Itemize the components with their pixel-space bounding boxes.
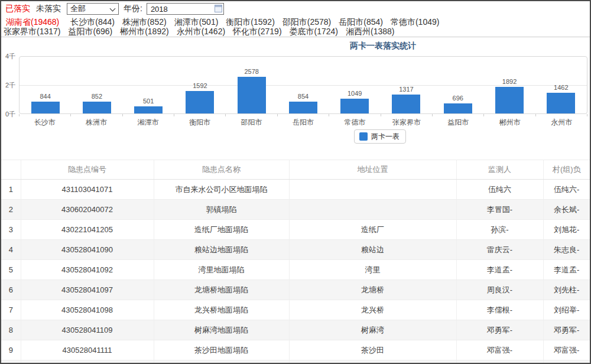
cell-hazard-id: 430528041090 (21, 240, 154, 260)
bar[interactable] (495, 87, 524, 113)
province-link[interactable]: 湖南省(19468) (6, 17, 59, 27)
bar-chart: 两卡一表落实统计 4千 2千 0千 8448525011592257885410… (1, 37, 590, 150)
city-link[interactable]: 衡阳市(1592) (226, 17, 274, 27)
city-link[interactable]: 永州市(1462) (177, 27, 225, 36)
bar-value-label: 1462 (554, 84, 568, 91)
cell-monitor: 邓富强- (456, 340, 543, 360)
x-axis-label: 岳阳市 (277, 118, 329, 128)
table-header-row: 隐患点编号隐患点名称地址位置监测人村(组)负 (1, 160, 590, 180)
tab-not-implemented[interactable]: 未落实 (36, 4, 61, 14)
cell-village-officer: 邓富强- (543, 340, 590, 360)
bar[interactable] (444, 103, 472, 113)
cell-row-number: 6 (1, 280, 21, 300)
cell-hazard-name: 杨梅山地面塌陷 (154, 360, 289, 364)
axis-tick (433, 114, 484, 116)
city-link[interactable]: 株洲市(852) (122, 17, 167, 27)
bar-value-label: 2578 (244, 68, 258, 75)
x-axis-label: 郴州市 (484, 118, 535, 128)
city-link[interactable]: 娄底市(1724) (290, 27, 338, 36)
tab-implemented[interactable]: 已落实 (5, 4, 30, 14)
city-link[interactable]: 常德市(1049) (391, 17, 439, 27)
table-row[interactable]: 3430221041205造纸厂地面塌陷造纸厂孙滨-刘旭花- (1, 220, 590, 240)
bar-cell: 844 (20, 57, 71, 113)
city-link[interactable]: 湘潭市(501) (174, 17, 219, 27)
bar[interactable] (238, 77, 266, 113)
cell-village-officer: 伍纯六- (543, 180, 590, 200)
axis-tick (536, 114, 587, 116)
table-row[interactable]: 5430528041092湾里地面塌陷湾里李道孟-李道孟- (1, 260, 590, 280)
city-link[interactable]: 邵阳市(2578) (282, 17, 331, 27)
axis-tick (226, 114, 277, 116)
region-filter-select[interactable]: 全部 (67, 3, 119, 15)
table-row[interactable]: 10430528041126杨梅山地面塌陷杨梅山李春香-李春香- (1, 360, 590, 364)
x-axis-label: 株洲市 (70, 118, 122, 128)
axis-tick (278, 114, 329, 116)
region-links-line2: 张家界市(1317)益阳市(696)郴州市(1892)永州市(1462)怀化市(… (4, 27, 590, 36)
cell-address: 粮站边 (289, 240, 456, 260)
cell-hazard-name: 市自来水公司小区地面塌陷 (154, 180, 289, 200)
x-axis-ticks (19, 114, 587, 116)
cell-hazard-id: 430528041109 (21, 320, 154, 340)
cell-monitor: 李春香- (456, 360, 543, 364)
region-links: 湖南省(19468)长沙市(844)株洲市(852)湘潭市(501)衡阳市(15… (1, 17, 590, 36)
table-row[interactable]: 2430602040072郭镇塌陷李冒国-余长斌- (1, 200, 590, 220)
bar-cell: 1317 (381, 57, 432, 113)
cell-hazard-id: 430528041098 (21, 300, 154, 320)
cell-address: 杨梅山 (289, 360, 456, 364)
cell-row-number: 10 (1, 360, 21, 364)
cell-hazard-name: 粮站边地面塌陷 (154, 240, 289, 260)
table-row[interactable]: 9430528041111茶沙田地面塌陷茶沙田邓富强-邓富强- (1, 340, 590, 360)
legend[interactable]: 两卡一表 (354, 129, 406, 144)
cell-row-number: 2 (1, 200, 21, 220)
bar[interactable] (547, 93, 575, 113)
y-axis-tick-0k: 0千 (1, 110, 15, 118)
year-input[interactable] (147, 3, 224, 15)
x-axis-label: 益阳市 (433, 118, 484, 128)
table-row[interactable]: 4430528041090粮站边地面塌陷粮站边雷庆云-朱志良- (1, 240, 590, 260)
x-axis-label: 永州市 (536, 118, 587, 128)
city-link[interactable]: 益阳市(696) (68, 27, 112, 36)
bar-value-label: 844 (40, 93, 50, 100)
city-link[interactable]: 张家界市(1317) (4, 27, 60, 36)
bar-cell: 1462 (535, 57, 587, 113)
column-header-monitor: 监测人 (456, 160, 543, 180)
bar[interactable] (83, 102, 111, 113)
table-row[interactable]: 6430528041097龙塘桥地面塌陷龙塘桥周良汉-刘先柱- (1, 280, 590, 300)
axis-tick (71, 114, 122, 116)
table-row[interactable]: 8430528041109树麻湾地面塌陷树麻湾邓勇军-邓勇军- (1, 320, 590, 340)
app-window: 已落实 未落实 全部 年份: 湖南省(19468)长沙市(844)株洲市(852… (0, 0, 591, 364)
table-row[interactable]: 7430528041098龙兴桥地面塌陷龙兴桥李儒根-刘绍举- (1, 300, 590, 320)
cell-village-officer: 刘先柱- (543, 280, 590, 300)
cell-row-number: 3 (1, 220, 21, 240)
year-field-wrap (147, 3, 224, 15)
cell-row-number: 7 (1, 300, 21, 320)
city-link[interactable]: 长沙市(844) (70, 17, 115, 27)
bar[interactable] (134, 106, 163, 113)
bar-cell: 1592 (174, 57, 226, 113)
city-link[interactable]: 湘西州(1388) (346, 27, 394, 36)
cell-address: 茶沙田 (289, 340, 456, 360)
city-link[interactable]: 岳阳市(854) (339, 17, 383, 27)
bar[interactable] (289, 102, 317, 113)
bar-cell: 852 (71, 57, 122, 113)
cell-monitor: 伍纯六 (456, 180, 543, 200)
column-header-address: 地址位置 (289, 160, 456, 180)
legend-label: 两卡一表 (371, 132, 400, 141)
cell-row-number: 9 (1, 340, 21, 360)
bar-value-label: 501 (143, 98, 154, 105)
table-row[interactable]: 1431103041071市自来水公司小区地面塌陷伍纯六伍纯六- (1, 180, 590, 200)
cell-hazard-name: 造纸厂地面塌陷 (154, 220, 289, 240)
cell-monitor: 李冒国- (456, 200, 543, 220)
bar[interactable] (186, 91, 214, 113)
x-axis-label: 常德市 (329, 118, 381, 128)
city-link[interactable]: 怀化市(2719) (233, 27, 281, 36)
calendar-icon[interactable] (215, 5, 222, 12)
legend-swatch (359, 132, 368, 141)
cell-hazard-name: 郭镇塌陷 (154, 200, 289, 220)
bar-cell: 2578 (226, 57, 277, 113)
cell-row-number: 8 (1, 320, 21, 340)
bar[interactable] (31, 102, 60, 113)
bar[interactable] (340, 99, 369, 113)
bar[interactable] (392, 95, 420, 113)
city-link[interactable]: 郴州市(1892) (120, 27, 168, 36)
